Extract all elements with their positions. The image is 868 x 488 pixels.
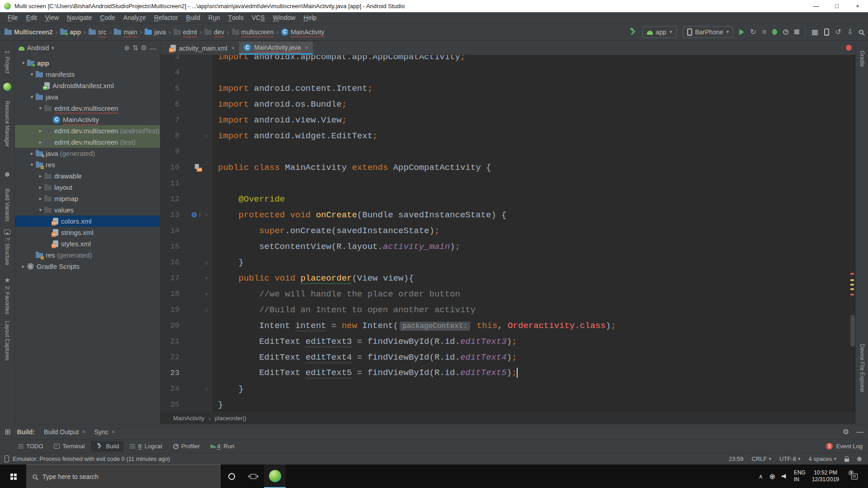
code-line[interactable]: 7import android.view.View; xyxy=(160,112,855,128)
minimize-button[interactable]: — xyxy=(806,0,826,12)
code-text[interactable]: //we will handle the place order button xyxy=(212,289,460,299)
breadcrumb-item[interactable]: dev xyxy=(204,28,224,36)
fold-marker[interactable]: ▿ xyxy=(203,211,210,219)
code-text[interactable]: super.onCreate(savedInstanceState); xyxy=(212,226,439,236)
hide-panel-icon[interactable]: — xyxy=(150,44,156,52)
gutter[interactable]: 19⌂ xyxy=(160,302,212,318)
gutter[interactable]: 25 xyxy=(160,397,212,412)
tree-row[interactable]: ▸mipmap xyxy=(15,193,160,204)
run-configurations-icon[interactable]: ≡ xyxy=(762,28,766,36)
event-log-button[interactable]: Event Log xyxy=(836,443,863,450)
tree-row[interactable]: ▸drawable xyxy=(15,170,160,182)
gutter[interactable]: 7 xyxy=(160,112,212,128)
favorites-tool-button[interactable]: 2: Favorites xyxy=(4,286,10,314)
start-button[interactable] xyxy=(0,465,26,488)
fold-marker[interactable]: ⌂ xyxy=(203,132,210,140)
arrow-expanded-icon[interactable]: ▾ xyxy=(28,162,36,168)
gutter[interactable]: 11 xyxy=(160,175,212,191)
code-line[interactable]: 21 EditText editText3 = findViewById(R.i… xyxy=(160,333,855,349)
sdk-manager-icon[interactable]: ⇩ xyxy=(847,28,853,36)
code-text[interactable]: Intent intent = new Intent(packageContex… xyxy=(212,321,616,331)
code-line[interactable]: 10public class MainActivity extends AppC… xyxy=(160,160,855,175)
close-icon[interactable]: × xyxy=(112,428,115,435)
breadcrumb-item[interactable]: main xyxy=(114,28,137,36)
gutter[interactable]: 4 xyxy=(160,65,212,80)
fold-marker[interactable]: ⌂ xyxy=(203,385,210,393)
code-line[interactable]: 22 EditText editText4 = findViewById(R.i… xyxy=(160,349,855,365)
arrow-collapsed-icon[interactable]: ▸ xyxy=(37,173,44,179)
collapse-all-icon[interactable]: ⇅ xyxy=(132,44,138,52)
code-line[interactable]: 18▿ //we will handle the place order but… xyxy=(160,286,855,302)
fold-marker[interactable]: ⌂ xyxy=(203,306,210,314)
language-indicator[interactable]: ENGIN xyxy=(794,469,806,483)
editor-tab[interactable]: activity_main.xml× xyxy=(166,42,239,55)
breadcrumb-item[interactable]: edmt xyxy=(174,28,197,36)
editor-scrollbar[interactable] xyxy=(849,55,855,412)
tree-row[interactable]: ▸GGradle Scripts xyxy=(15,261,160,272)
breadcrumb-item[interactable]: CMainActivity xyxy=(281,28,325,36)
code-line[interactable]: 11 xyxy=(160,175,855,191)
arrow-collapsed-icon[interactable]: ▸ xyxy=(37,184,44,190)
close-button[interactable]: × xyxy=(847,0,868,12)
lock-icon[interactable] xyxy=(844,459,849,462)
close-icon[interactable]: × xyxy=(231,45,235,52)
android-studio-icon[interactable] xyxy=(3,83,11,91)
toolwindow-button-4-run[interactable]: 4: Run xyxy=(206,441,239,452)
code-text[interactable]: import android.view.View; xyxy=(212,115,347,125)
arrow-collapsed-icon[interactable]: ▸ xyxy=(28,150,36,156)
toolwindow-button-profiler[interactable]: Profiler xyxy=(169,441,204,452)
code-line[interactable]: 12 @Override xyxy=(160,191,855,207)
breadcrumb-item[interactable]: app xyxy=(60,28,81,36)
project-tool-button[interactable]: 1: Project xyxy=(4,51,10,74)
gutter[interactable]: 18▿ xyxy=(160,286,212,302)
make-project-icon[interactable] xyxy=(629,28,637,36)
encoding-selector[interactable]: UTF-8▾ xyxy=(779,455,800,462)
breadcrumb-item[interactable]: Multiscreen2 xyxy=(5,28,53,36)
gear-icon[interactable]: ⚙ xyxy=(141,44,147,52)
arrow-expanded-icon[interactable]: ▾ xyxy=(28,71,36,77)
tool-icon[interactable] xyxy=(5,172,9,177)
code-line[interactable]: 15 setContentView(R.layout.activity_main… xyxy=(160,239,855,254)
override-gutter-icon[interactable] xyxy=(192,212,197,217)
layout-file-gutter-icon[interactable] xyxy=(194,164,202,171)
maximize-button[interactable]: □ xyxy=(826,0,847,12)
chevron-down-icon[interactable]: ▾ xyxy=(52,45,54,51)
run-icon[interactable] xyxy=(739,29,744,35)
tree-row[interactable]: styles.xml xyxy=(15,238,160,249)
tree-row[interactable]: colors.xml xyxy=(15,216,160,227)
fold-marker[interactable]: ▿ xyxy=(203,290,210,298)
speaker-icon[interactable] xyxy=(782,474,788,479)
search-input[interactable] xyxy=(42,473,192,480)
debug-icon[interactable] xyxy=(772,29,777,35)
profiler-icon[interactable] xyxy=(783,29,788,35)
gutter[interactable]: 16⌂ xyxy=(160,254,212,270)
code-line[interactable]: 5import android.content.Intent; xyxy=(160,80,855,96)
code-line[interactable]: 4 xyxy=(160,65,855,80)
tree-row[interactable]: ▸edmt.dev.multiscreen(androidTest) xyxy=(15,125,160,136)
star-icon[interactable]: ★ xyxy=(4,276,10,284)
code-line[interactable]: 8⌂import android.widget.EditText; xyxy=(160,128,855,144)
code-text[interactable]: import androidx.appcompat.app.AppCompatA… xyxy=(212,55,465,62)
avd-manager-icon[interactable] xyxy=(824,28,829,36)
menu-window[interactable]: Window xyxy=(269,12,300,23)
tree-row[interactable]: strings.xml xyxy=(15,227,160,238)
arrow-expanded-icon[interactable]: ▾ xyxy=(19,60,27,66)
code-line[interactable]: 13↑▿ protected void onCreate(Bundle save… xyxy=(160,207,855,223)
tree-row[interactable]: ▸layout xyxy=(15,182,160,193)
tree-row[interactable]: ▾res xyxy=(15,159,160,170)
hide-panel-icon[interactable]: — xyxy=(856,428,863,436)
code-line[interactable]: 17▿ public void placeorder(View view){ xyxy=(160,270,855,286)
gutter[interactable]: 10 xyxy=(160,160,212,175)
code-line[interactable]: 3import androidx.appcompat.app.AppCompat… xyxy=(160,55,855,65)
device-select[interactable]: BarPhone▾ xyxy=(683,26,734,38)
resource-manager-tool-button[interactable]: Resource Manager xyxy=(4,101,10,147)
gutter[interactable]: 24⌂ xyxy=(160,381,212,397)
apply-changes-icon[interactable]: ↻ xyxy=(750,28,756,36)
menu-vcs[interactable]: VCS xyxy=(248,12,269,23)
menu-edit[interactable]: Edit xyxy=(22,12,41,23)
tree-row[interactable]: ▾manifests xyxy=(15,69,160,80)
code-text[interactable]: //Build an Intent to open another activi… xyxy=(212,305,476,315)
code-line[interactable]: 6import android.os.Bundle; xyxy=(160,96,855,112)
locate-file-icon[interactable]: ⊕ xyxy=(124,44,130,52)
search-everywhere-icon[interactable] xyxy=(859,30,863,34)
